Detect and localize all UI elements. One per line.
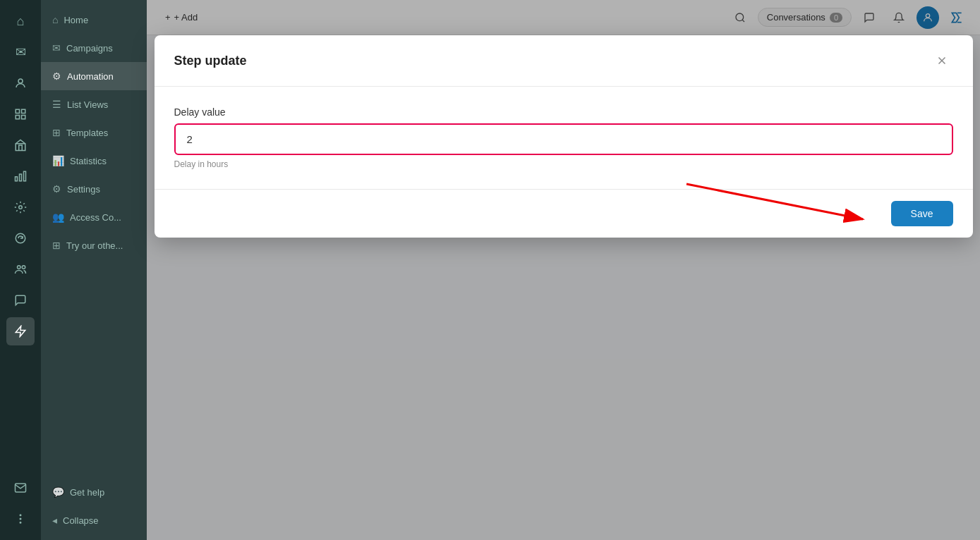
save-button[interactable]: Save <box>891 201 953 226</box>
svg-point-15 <box>20 518 21 520</box>
sidebar-item-templates[interactable]: ⊞ Templates <box>41 118 147 147</box>
sidebar-item-gethelp[interactable]: 💬 Get help <box>41 478 147 506</box>
icon-nav: ⌂ ✉ <box>0 0 41 540</box>
svg-rect-2 <box>22 109 25 113</box>
campaigns-nav-icon[interactable]: ✉ <box>6 38 35 66</box>
sidebar-item-listviews[interactable]: ☰ List Views <box>41 90 147 118</box>
sidebar-label-statistics: Statistics <box>70 156 107 166</box>
sidebar-item-home[interactable]: ⌂ Home <box>41 6 147 34</box>
svg-point-12 <box>22 266 25 269</box>
bar-chart-nav-icon[interactable] <box>6 162 35 190</box>
automation-nav-icon[interactable] <box>6 317 35 345</box>
listviews-sidebar-icon: ☰ <box>52 99 61 110</box>
modal-body: Delay value Delay in hours <box>155 87 973 189</box>
svg-point-14 <box>20 515 21 516</box>
modal-header: Step update <box>155 35 973 87</box>
buildings-nav-icon[interactable] <box>6 131 35 159</box>
svg-marker-13 <box>16 326 25 337</box>
sidebar-label-gethelp: Get help <box>70 487 104 498</box>
delay-hint: Delay in hours <box>174 159 953 169</box>
modal-footer: Save <box>155 189 973 238</box>
tryother-sidebar-icon: ⊞ <box>52 240 61 251</box>
access-nav-icon[interactable] <box>6 255 35 283</box>
sidebar-item-campaigns[interactable]: ✉ Campaigns <box>41 34 147 62</box>
sidebar-item-collapse[interactable]: ◂ Collapse <box>41 506 147 534</box>
svg-rect-8 <box>16 177 18 181</box>
svg-point-11 <box>18 266 21 269</box>
sidebar-item-statistics[interactable]: 📊 Statistics <box>41 147 147 175</box>
close-modal-button[interactable] <box>931 49 953 72</box>
sidebar: ⌂ Home ✉ Campaigns ⚙ Automation ☰ List V… <box>41 0 147 540</box>
lists-nav-icon[interactable] <box>6 100 35 128</box>
modal-title: Step update <box>174 54 931 68</box>
sidebar-label-automation: Automation <box>67 71 114 82</box>
svg-rect-4 <box>22 116 25 119</box>
more-nav-icon[interactable] <box>6 505 35 533</box>
svg-rect-6 <box>24 171 26 181</box>
settings-sidebar-icon: ⚙ <box>52 183 61 195</box>
sidebar-label-campaigns: Campaigns <box>66 43 113 54</box>
svg-point-9 <box>19 206 23 209</box>
main-content: + + Add Conversations 0 <box>147 0 980 540</box>
home-nav-icon[interactable]: ⌂ <box>6 7 35 35</box>
sidebar-label-access: Access Co... <box>70 212 121 223</box>
delay-value-input[interactable] <box>174 123 953 155</box>
svg-rect-3 <box>16 116 19 119</box>
access-sidebar-icon: 👥 <box>52 211 64 223</box>
campaigns-sidebar-icon: ✉ <box>52 42 61 54</box>
contacts-nav-icon[interactable] <box>6 69 35 97</box>
sidebar-item-access[interactable]: 👥 Access Co... <box>41 203 147 231</box>
sidebar-label-tryother: Try our othe... <box>66 240 123 251</box>
collapse-sidebar-icon: ◂ <box>52 515 57 526</box>
arrow-area <box>174 201 891 226</box>
svg-rect-5 <box>16 144 25 151</box>
sidebar-item-automation[interactable]: ⚙ Automation <box>41 62 147 90</box>
sidebar-label-home: Home <box>63 15 88 25</box>
settings-nav-icon[interactable] <box>6 193 35 221</box>
statistics-sidebar-icon: 📊 <box>52 155 64 166</box>
gethelp-sidebar-icon: 💬 <box>52 486 64 498</box>
chat-nav-icon[interactable] <box>6 286 35 314</box>
sidebar-label-listviews: List Views <box>67 99 108 110</box>
email-nav-icon[interactable] <box>6 474 35 502</box>
svg-point-16 <box>20 522 21 524</box>
modal-overlay: Step update Delay value Delay in hours <box>147 0 980 540</box>
svg-line-23 <box>686 184 863 219</box>
templates-sidebar-icon: ⊞ <box>52 127 61 138</box>
svg-rect-1 <box>16 109 19 113</box>
sidebar-label-collapse: Collapse <box>63 515 99 526</box>
svg-point-0 <box>18 79 23 83</box>
sidebar-item-settings[interactable]: ⚙ Settings <box>41 175 147 203</box>
sidebar-label-settings: Settings <box>67 184 100 195</box>
refresh-nav-icon[interactable] <box>6 224 35 252</box>
step-update-modal: Step update Delay value Delay in hours <box>155 35 973 238</box>
home-sidebar-icon: ⌂ <box>52 14 58 25</box>
svg-rect-7 <box>20 174 22 181</box>
delay-value-label: Delay value <box>174 106 953 118</box>
sidebar-label-templates: Templates <box>66 128 108 138</box>
sidebar-item-tryother[interactable]: ⊞ Try our othe... <box>41 231 147 259</box>
automation-sidebar-icon: ⚙ <box>52 70 61 82</box>
